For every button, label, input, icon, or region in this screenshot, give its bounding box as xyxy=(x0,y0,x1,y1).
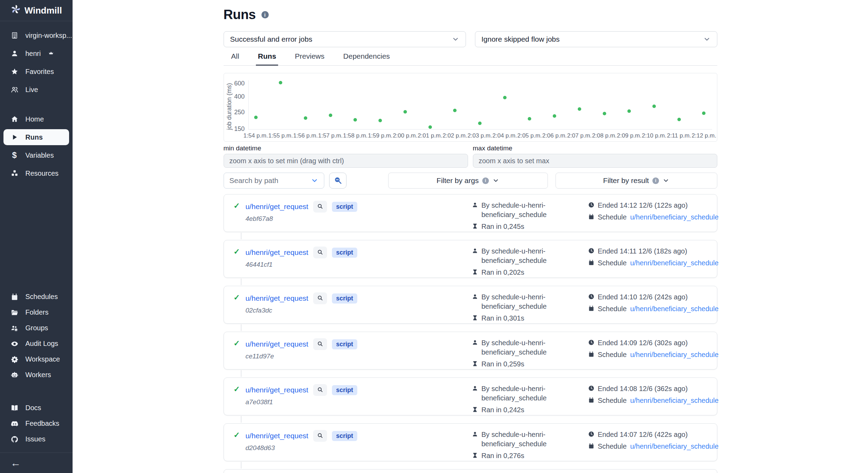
run-card[interactable]: ✓ u/henri/get_request script ce11d97e By… xyxy=(224,332,717,370)
run-path-link[interactable]: u/henri/get_request xyxy=(245,294,308,302)
run-inspect-button[interactable] xyxy=(313,338,327,350)
run-path-link[interactable]: u/henri/get_request xyxy=(245,340,308,348)
run-hash: 4ebf67a8 xyxy=(245,215,357,223)
min-datetime-input[interactable] xyxy=(224,154,468,168)
run-schedule-link[interactable]: u/henri/beneficiary_schedule xyxy=(630,213,719,222)
run-ended-time: Ended 14:10 12/6 (242s ago) xyxy=(598,292,688,302)
sidebar-item-label: Schedules xyxy=(25,293,58,301)
magnifier-icon xyxy=(317,295,323,302)
sidebar-item-workers[interactable]: Workers xyxy=(0,367,73,383)
scatter-point[interactable] xyxy=(353,118,357,122)
run-schedule-label: Schedule xyxy=(598,396,627,405)
run-schedule-link[interactable]: u/henri/beneficiary_schedule xyxy=(630,350,719,359)
search-by-path-select[interactable]: Search by path xyxy=(224,173,324,189)
run-schedule-link[interactable]: u/henri/beneficiary_schedule xyxy=(630,258,719,268)
run-card[interactable]: ✓ u/henri/get_request script 4ebf67a8 By… xyxy=(224,194,717,232)
chart-y-tick-label: 150 xyxy=(229,125,245,133)
scatter-point[interactable] xyxy=(603,112,606,115)
eye-icon xyxy=(10,340,18,348)
run-inspect-button[interactable] xyxy=(313,201,327,213)
scatter-point[interactable] xyxy=(702,111,706,115)
scatter-point[interactable] xyxy=(677,118,681,121)
scatter-point[interactable] xyxy=(428,125,432,129)
building-icon xyxy=(10,32,18,40)
scatter-point[interactable] xyxy=(378,119,382,122)
filter-by-args-button[interactable]: Filter by args i xyxy=(388,173,548,189)
sidebar-item-groups[interactable]: Groups xyxy=(0,320,73,336)
run-kind-badge: script xyxy=(332,202,357,212)
sidebar-item-favorites[interactable]: Favorites xyxy=(0,63,73,81)
sidebar-item-virgin-worksp[interactable]: virgin-worksp... xyxy=(0,26,73,44)
run-inspect-button[interactable] xyxy=(313,430,327,442)
scatter-point[interactable] xyxy=(254,116,258,119)
run-schedule-link[interactable]: u/henri/beneficiary_schedule xyxy=(630,304,719,314)
sidebar-item-docs[interactable]: Docs xyxy=(0,400,73,416)
clock-icon xyxy=(588,385,594,391)
sidebar-item-issues[interactable]: Issues xyxy=(0,431,73,447)
run-timeline-connector xyxy=(224,415,717,423)
sidebar-item-resources[interactable]: Resources xyxy=(0,164,73,182)
sidebar-item-runs[interactable]: Runs xyxy=(3,129,69,145)
max-datetime-input[interactable] xyxy=(473,154,717,168)
scatter-point[interactable] xyxy=(528,117,531,121)
run-kind-badge: script xyxy=(332,339,357,349)
magnifier-icon xyxy=(317,249,323,256)
search-button[interactable] xyxy=(329,173,347,189)
scatter-point[interactable] xyxy=(453,109,457,112)
scatter-point[interactable] xyxy=(279,81,282,84)
runs-tabs: AllRunsPreviewsDependencies xyxy=(224,52,717,66)
sidebar-item-variables[interactable]: $Variables xyxy=(0,146,73,164)
run-path-link[interactable]: u/henri/get_request xyxy=(245,386,308,394)
sidebar-item-workspace[interactable]: Workspace xyxy=(0,351,73,367)
run-inspect-button[interactable] xyxy=(313,384,327,396)
run-inspect-button[interactable] xyxy=(313,292,327,304)
folder-icon xyxy=(10,308,18,316)
scatter-point[interactable] xyxy=(553,114,556,118)
collapse-sidebar-button[interactable]: ← xyxy=(0,453,73,468)
scatter-point[interactable] xyxy=(578,107,581,111)
gear-icon xyxy=(10,355,18,363)
run-card[interactable]: ✓ u/henri/get_request script By schedule… xyxy=(224,469,717,473)
sidebar-item-home[interactable]: Home xyxy=(0,110,73,128)
tab-all[interactable]: All xyxy=(229,52,241,66)
sidebar-item-schedules[interactable]: Schedules xyxy=(0,289,73,305)
sidebar-item-henri[interactable]: henri xyxy=(0,44,73,63)
sidebar-item-live[interactable]: Live xyxy=(0,81,73,99)
job-duration-chart[interactable]: job duration (ms) 1502504006001:54 p.m.1… xyxy=(224,73,717,142)
run-duration: Ran in 0,242s xyxy=(482,405,524,415)
windmill-logo[interactable]: Windmill xyxy=(0,0,73,21)
hourglass-icon xyxy=(472,406,478,413)
run-path-link[interactable]: u/henri/get_request xyxy=(245,202,308,211)
scatter-point[interactable] xyxy=(304,116,307,120)
run-card[interactable]: ✓ u/henri/get_request script d2048d63 By… xyxy=(224,423,717,461)
tab-dependencies[interactable]: Dependencies xyxy=(341,52,392,66)
scatter-point[interactable] xyxy=(652,105,656,108)
skipped-flow-filter-select[interactable]: Ignore skipped flow jobs xyxy=(475,31,717,47)
run-card[interactable]: ✓ u/henri/get_request script a7e038f1 By… xyxy=(224,377,717,415)
run-card[interactable]: ✓ u/henri/get_request script 02cfa3dc By… xyxy=(224,286,717,324)
run-path-link[interactable]: u/henri/get_request xyxy=(245,432,308,440)
run-inspect-button[interactable] xyxy=(313,247,327,258)
scatter-point[interactable] xyxy=(503,96,507,99)
run-schedule-link[interactable]: u/henri/beneficiary_schedule xyxy=(630,442,719,451)
run-schedule-link[interactable]: u/henri/beneficiary_schedule xyxy=(630,396,719,405)
scatter-point[interactable] xyxy=(627,109,631,113)
run-path-link[interactable]: u/henri/get_request xyxy=(245,248,308,257)
user-icon xyxy=(472,385,478,391)
tab-previews[interactable]: Previews xyxy=(293,52,326,66)
sidebar-item-folders[interactable]: Folders xyxy=(0,305,73,320)
run-card[interactable]: ✓ u/henri/get_request script 46441cf1 By… xyxy=(224,240,717,278)
dollar-icon: $ xyxy=(10,151,18,159)
sidebar-item-audit-logs[interactable]: Audit Logs xyxy=(0,336,73,351)
scatter-point[interactable] xyxy=(403,110,407,114)
calendar-icon xyxy=(588,259,594,266)
info-icon[interactable]: i xyxy=(261,11,269,18)
sidebar-item-feedbacks[interactable]: Feedbacks xyxy=(0,416,73,431)
filter-by-result-button[interactable]: Filter by result i xyxy=(556,173,717,189)
tab-runs[interactable]: Runs xyxy=(256,52,278,66)
scatter-point[interactable] xyxy=(478,122,482,125)
job-status-filter-select[interactable]: Successful and error jobs xyxy=(224,31,466,47)
max-datetime-label: max datetime xyxy=(473,144,717,152)
success-check-icon: ✓ xyxy=(234,292,240,323)
scatter-point[interactable] xyxy=(329,114,332,117)
